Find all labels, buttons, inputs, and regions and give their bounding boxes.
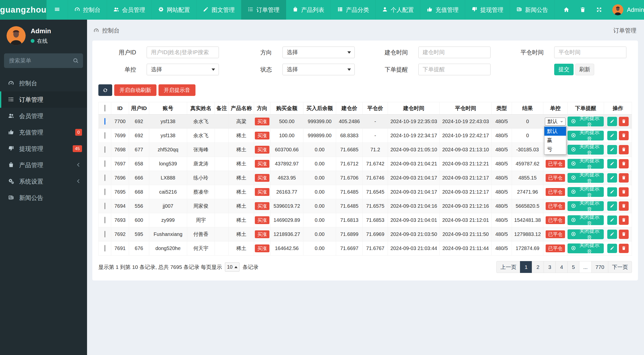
sidebar-item-members[interactable]: 会员管理 <box>0 108 87 124</box>
edit-button[interactable] <box>607 201 617 211</box>
delete-button[interactable] <box>619 201 629 211</box>
home-icon[interactable] <box>563 7 570 13</box>
refresh-button[interactable]: 刷新 <box>575 64 594 75</box>
user-id-input[interactable] <box>147 47 219 58</box>
auto-refresh-button[interactable]: 开启自动刷新 <box>114 84 156 96</box>
nav-item-orders[interactable]: 订单管理 <box>241 0 286 20</box>
close-sound-button[interactable]: 关闭提示音 <box>568 243 604 253</box>
delete-button[interactable] <box>619 159 629 168</box>
pencil-icon <box>610 147 615 153</box>
control-option[interactable]: 赢 <box>544 136 566 145</box>
row-checkbox[interactable] <box>104 174 105 181</box>
control-option[interactable]: 亏 <box>544 145 566 154</box>
nav-item-site-config[interactable]: 网站配置 <box>152 0 196 20</box>
select-all-checkbox[interactable] <box>104 105 105 112</box>
page-4-button[interactable]: 4 <box>555 261 568 273</box>
delete-button[interactable] <box>619 145 629 154</box>
nav-item-product-category[interactable]: 产品分类 <box>331 0 376 20</box>
page-title: 订单管理 <box>613 27 636 34</box>
fullscreen-icon[interactable] <box>596 7 602 13</box>
sidebar-item-recharge[interactable]: 充值管理0 <box>0 124 87 140</box>
control-select[interactable]: 默认 <box>545 118 566 126</box>
delete-button[interactable] <box>619 244 629 253</box>
edit-button[interactable] <box>607 244 617 253</box>
close-sound-button[interactable]: 关闭提示音 <box>568 159 604 169</box>
page-1-button[interactable]: 1 <box>520 261 532 273</box>
delete-button[interactable] <box>619 117 629 126</box>
edit-button[interactable] <box>607 230 617 239</box>
reload-button[interactable] <box>98 84 112 96</box>
edit-button[interactable] <box>607 117 617 126</box>
sidebar-item-system-settings[interactable]: 系统设置 <box>0 173 87 190</box>
nav-item-withdraw[interactable]: 提现管理 <box>465 0 510 20</box>
control-select[interactable]: 选择 <box>147 64 219 75</box>
edit-button[interactable] <box>607 159 617 168</box>
page-2-button[interactable]: 2 <box>532 261 544 273</box>
delete-button[interactable] <box>619 216 629 225</box>
close-sound-button[interactable]: 关闭提示音 <box>568 229 604 239</box>
row-checkbox[interactable] <box>104 189 105 195</box>
avatar[interactable] <box>7 26 26 45</box>
row-checkbox[interactable] <box>104 231 105 237</box>
nav-item-members[interactable]: 会员管理 <box>107 0 152 20</box>
page-3-button[interactable]: 3 <box>544 261 556 273</box>
close-sound-button[interactable]: 关闭提示音 <box>568 215 604 225</box>
nav-item-product-list[interactable]: 产品列表 <box>286 0 331 20</box>
sidebar-item-news[interactable]: 新闻公告 <box>0 190 87 206</box>
status-select[interactable]: 选择 <box>283 64 355 75</box>
page-prev-button[interactable]: 上一页 <box>496 261 520 273</box>
close-sound-button[interactable]: 关闭提示音 <box>568 187 604 197</box>
sidebar-item-orders[interactable]: 订单管理 <box>0 91 87 108</box>
row-checkbox[interactable] <box>104 245 105 252</box>
open-time-input[interactable] <box>418 47 491 58</box>
edit-button[interactable] <box>607 216 617 225</box>
close-sound-button[interactable]: 关闭提示音 <box>568 131 604 140</box>
page-770-button[interactable]: 770 <box>591 261 608 273</box>
nav-item-profile[interactable]: 个人配置 <box>376 0 420 20</box>
sidebar-search-input[interactable] <box>4 53 83 68</box>
sound-toggle-button[interactable]: 开启提示音 <box>158 84 195 96</box>
row-checkbox[interactable] <box>104 203 105 209</box>
page-5-button[interactable]: 5 <box>567 261 579 273</box>
page-size-select[interactable]: 10 <box>225 262 239 272</box>
sidebar-item-withdraw[interactable]: 提现管理45 <box>0 140 87 157</box>
nav-item-recharge[interactable]: 充值管理 <box>420 0 465 20</box>
cell-amount: 603700.66 <box>270 143 303 157</box>
direction-select[interactable]: 选择 <box>283 47 355 58</box>
search-icon[interactable] <box>72 57 79 65</box>
close-sound-button[interactable]: 关闭提示音 <box>568 145 604 155</box>
delete-button[interactable] <box>619 230 629 239</box>
trash-icon[interactable] <box>580 7 586 13</box>
row-checkbox[interactable] <box>104 132 105 139</box>
row-checkbox[interactable] <box>104 118 105 125</box>
breadcrumb[interactable]: 控制台 <box>93 27 119 34</box>
submit-button[interactable]: 提交 <box>554 64 574 75</box>
nav-item-content[interactable]: 图文管理 <box>196 0 241 20</box>
close-sound-button[interactable]: 关闭提示音 <box>568 201 604 211</box>
nav-item-news[interactable]: 新闻公告 <box>510 0 555 20</box>
edit-button[interactable] <box>607 173 617 183</box>
delete-button[interactable] <box>619 187 629 197</box>
row-checkbox[interactable] <box>104 217 105 223</box>
edit-button[interactable] <box>607 145 617 154</box>
sidebar-item-products[interactable]: 产品管理 <box>0 157 87 173</box>
sidebar-item-dashboard[interactable]: 控制台 <box>0 75 87 91</box>
delete-button[interactable] <box>619 173 629 183</box>
row-checkbox[interactable] <box>104 160 105 167</box>
close-sound-button[interactable]: 关闭提示音 <box>568 173 604 183</box>
cell-control: 默认默认赢亏 <box>543 115 567 129</box>
delete-button[interactable] <box>619 131 629 140</box>
close-time-label: 平仓时间 <box>506 49 554 56</box>
navbar-user-menu[interactable]: Admin <box>612 4 644 15</box>
brand-logo[interactable]: guangzhou <box>0 0 47 20</box>
page-next-button[interactable]: 下一页 <box>608 261 632 273</box>
close-sound-button[interactable]: 关闭提示音 <box>568 117 604 126</box>
row-checkbox[interactable] <box>104 146 105 153</box>
remind-input[interactable] <box>418 64 491 75</box>
control-option[interactable]: 默认 <box>544 127 566 136</box>
sidebar-toggle-button[interactable] <box>47 0 68 20</box>
close-time-input[interactable] <box>554 47 626 58</box>
edit-button[interactable] <box>607 131 617 140</box>
nav-item-dashboard[interactable]: 控制台 <box>68 0 107 20</box>
edit-button[interactable] <box>607 187 617 197</box>
